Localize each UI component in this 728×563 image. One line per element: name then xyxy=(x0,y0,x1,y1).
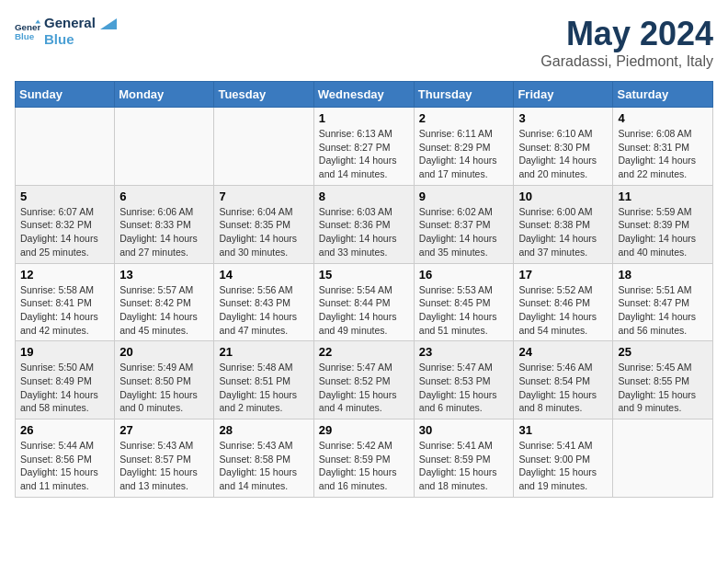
day-info: Sunrise: 5:54 AM Sunset: 8:44 PM Dayligh… xyxy=(319,283,409,338)
calendar-day-cell: 24Sunrise: 5:46 AM Sunset: 8:54 PM Dayli… xyxy=(514,341,613,419)
calendar-day-cell: 27Sunrise: 5:43 AM Sunset: 8:57 PM Dayli… xyxy=(115,419,214,498)
calendar-day-cell: 4Sunrise: 6:08 AM Sunset: 8:31 PM Daylig… xyxy=(613,108,713,186)
day-info: Sunrise: 5:52 AM Sunset: 8:46 PM Dayligh… xyxy=(518,283,608,338)
day-info: Sunrise: 5:41 AM Sunset: 9:00 PM Dayligh… xyxy=(518,439,608,493)
calendar-day-cell: 5Sunrise: 6:07 AM Sunset: 8:32 PM Daylig… xyxy=(16,185,115,263)
day-info: Sunrise: 6:02 AM Sunset: 8:37 PM Dayligh… xyxy=(419,205,509,259)
calendar-day-cell: 8Sunrise: 6:03 AM Sunset: 8:36 PM Daylig… xyxy=(313,185,414,263)
day-number: 4 xyxy=(618,111,708,125)
title-area: May 2024 Garadassi, Piedmont, Italy xyxy=(540,15,713,70)
day-number: 14 xyxy=(219,268,308,282)
day-info: Sunrise: 5:43 AM Sunset: 8:57 PM Dayligh… xyxy=(119,439,209,493)
day-number: 16 xyxy=(419,268,509,282)
calendar-header-cell: Sunday xyxy=(16,82,115,108)
calendar-header-row: SundayMondayTuesdayWednesdayThursdayFrid… xyxy=(16,82,713,108)
calendar-day-cell: 31Sunrise: 5:41 AM Sunset: 9:00 PM Dayli… xyxy=(514,419,613,498)
logo-line2: Blue xyxy=(44,31,117,48)
calendar-day-cell: 10Sunrise: 6:00 AM Sunset: 8:38 PM Dayli… xyxy=(514,185,613,263)
day-number: 5 xyxy=(20,190,109,203)
day-info: Sunrise: 6:04 AM Sunset: 8:35 PM Dayligh… xyxy=(219,205,308,259)
calendar-day-cell xyxy=(115,108,214,186)
day-number: 22 xyxy=(319,345,409,359)
day-number: 21 xyxy=(219,345,308,359)
day-info: Sunrise: 5:56 AM Sunset: 8:43 PM Dayligh… xyxy=(219,283,308,338)
day-number: 1 xyxy=(319,111,409,125)
calendar-header-cell: Saturday xyxy=(613,82,713,108)
day-number: 9 xyxy=(419,190,509,203)
calendar-day-cell: 21Sunrise: 5:48 AM Sunset: 8:51 PM Dayli… xyxy=(214,341,313,419)
calendar-day-cell: 7Sunrise: 6:04 AM Sunset: 8:35 PM Daylig… xyxy=(214,185,313,263)
day-info: Sunrise: 5:53 AM Sunset: 8:45 PM Dayligh… xyxy=(419,283,509,338)
day-number: 13 xyxy=(119,268,209,282)
day-info: Sunrise: 5:58 AM Sunset: 8:41 PM Dayligh… xyxy=(20,283,109,338)
calendar-day-cell: 25Sunrise: 5:45 AM Sunset: 8:55 PM Dayli… xyxy=(613,341,713,419)
day-info: Sunrise: 6:11 AM Sunset: 8:29 PM Dayligh… xyxy=(419,127,509,181)
calendar-day-cell: 13Sunrise: 5:57 AM Sunset: 8:42 PM Dayli… xyxy=(115,263,214,341)
day-info: Sunrise: 5:47 AM Sunset: 8:52 PM Dayligh… xyxy=(319,361,409,415)
calendar-day-cell: 17Sunrise: 5:52 AM Sunset: 8:46 PM Dayli… xyxy=(514,263,613,341)
calendar-week-row: 1Sunrise: 6:13 AM Sunset: 8:27 PM Daylig… xyxy=(16,108,713,186)
day-info: Sunrise: 5:41 AM Sunset: 8:59 PM Dayligh… xyxy=(419,439,509,493)
day-number: 24 xyxy=(518,345,608,359)
day-info: Sunrise: 5:49 AM Sunset: 8:50 PM Dayligh… xyxy=(119,361,209,415)
day-info: Sunrise: 5:44 AM Sunset: 8:56 PM Dayligh… xyxy=(20,439,109,493)
day-number: 12 xyxy=(20,268,109,282)
day-info: Sunrise: 6:07 AM Sunset: 8:32 PM Dayligh… xyxy=(20,205,109,259)
calendar-day-cell: 15Sunrise: 5:54 AM Sunset: 8:44 PM Dayli… xyxy=(313,263,414,341)
day-number: 6 xyxy=(119,190,209,203)
calendar-day-cell: 18Sunrise: 5:51 AM Sunset: 8:47 PM Dayli… xyxy=(613,263,713,341)
day-info: Sunrise: 5:42 AM Sunset: 8:59 PM Dayligh… xyxy=(319,439,409,493)
calendar-day-cell: 19Sunrise: 5:50 AM Sunset: 8:49 PM Dayli… xyxy=(16,341,115,419)
calendar-day-cell xyxy=(16,108,115,186)
calendar-body: 1Sunrise: 6:13 AM Sunset: 8:27 PM Daylig… xyxy=(16,108,713,498)
calendar-day-cell xyxy=(613,419,713,498)
day-number: 18 xyxy=(618,268,708,282)
day-number: 29 xyxy=(319,423,409,437)
day-info: Sunrise: 6:06 AM Sunset: 8:33 PM Dayligh… xyxy=(119,205,209,259)
day-info: Sunrise: 5:45 AM Sunset: 8:55 PM Dayligh… xyxy=(618,361,708,415)
day-info: Sunrise: 5:57 AM Sunset: 8:42 PM Dayligh… xyxy=(119,283,209,338)
svg-marker-3 xyxy=(100,18,117,29)
day-info: Sunrise: 5:43 AM Sunset: 8:58 PM Dayligh… xyxy=(219,439,308,493)
calendar-day-cell: 3Sunrise: 6:10 AM Sunset: 8:30 PM Daylig… xyxy=(514,108,613,186)
logo-arrow-icon xyxy=(100,18,117,29)
day-number: 30 xyxy=(419,423,509,437)
logo-icon: General Blue xyxy=(15,18,40,44)
day-info: Sunrise: 6:13 AM Sunset: 8:27 PM Dayligh… xyxy=(319,127,409,181)
calendar-day-cell: 11Sunrise: 5:59 AM Sunset: 8:39 PM Dayli… xyxy=(613,185,713,263)
calendar-table: SundayMondayTuesdayWednesdayThursdayFrid… xyxy=(15,81,713,498)
day-number: 23 xyxy=(419,345,509,359)
calendar-day-cell: 16Sunrise: 5:53 AM Sunset: 8:45 PM Dayli… xyxy=(414,263,514,341)
calendar-header-cell: Thursday xyxy=(414,82,514,108)
calendar-day-cell: 30Sunrise: 5:41 AM Sunset: 8:59 PM Dayli… xyxy=(414,419,514,498)
logo-line1: General xyxy=(44,15,117,31)
day-number: 17 xyxy=(518,268,608,282)
calendar-week-row: 5Sunrise: 6:07 AM Sunset: 8:32 PM Daylig… xyxy=(16,185,713,263)
day-info: Sunrise: 5:47 AM Sunset: 8:53 PM Dayligh… xyxy=(419,361,509,415)
day-number: 3 xyxy=(518,111,608,125)
day-number: 7 xyxy=(219,190,308,203)
day-info: Sunrise: 6:03 AM Sunset: 8:36 PM Dayligh… xyxy=(319,205,409,259)
day-info: Sunrise: 5:48 AM Sunset: 8:51 PM Dayligh… xyxy=(219,361,308,415)
calendar-day-cell: 9Sunrise: 6:02 AM Sunset: 8:37 PM Daylig… xyxy=(414,185,514,263)
calendar-day-cell: 1Sunrise: 6:13 AM Sunset: 8:27 PM Daylig… xyxy=(313,108,414,186)
day-info: Sunrise: 6:10 AM Sunset: 8:30 PM Dayligh… xyxy=(518,127,608,181)
calendar-week-row: 26Sunrise: 5:44 AM Sunset: 8:56 PM Dayli… xyxy=(16,419,713,498)
calendar-header-cell: Monday xyxy=(115,82,214,108)
day-number: 10 xyxy=(518,190,608,203)
header: General Blue General Blue May 2024 Garad… xyxy=(15,15,713,70)
calendar-day-cell: 2Sunrise: 6:11 AM Sunset: 8:29 PM Daylig… xyxy=(414,108,514,186)
calendar-header-cell: Tuesday xyxy=(214,82,313,108)
calendar-week-row: 19Sunrise: 5:50 AM Sunset: 8:49 PM Dayli… xyxy=(16,341,713,419)
day-info: Sunrise: 6:00 AM Sunset: 8:38 PM Dayligh… xyxy=(518,205,608,259)
calendar-day-cell: 20Sunrise: 5:49 AM Sunset: 8:50 PM Dayli… xyxy=(115,341,214,419)
day-number: 27 xyxy=(119,423,209,437)
day-number: 15 xyxy=(319,268,409,282)
calendar-day-cell: 12Sunrise: 5:58 AM Sunset: 8:41 PM Dayli… xyxy=(16,263,115,341)
day-number: 31 xyxy=(518,423,608,437)
calendar-day-cell: 22Sunrise: 5:47 AM Sunset: 8:52 PM Dayli… xyxy=(313,341,414,419)
day-info: Sunrise: 5:46 AM Sunset: 8:54 PM Dayligh… xyxy=(518,361,608,415)
subtitle: Garadassi, Piedmont, Italy xyxy=(540,53,713,70)
day-number: 2 xyxy=(419,111,509,125)
day-number: 8 xyxy=(319,190,409,203)
